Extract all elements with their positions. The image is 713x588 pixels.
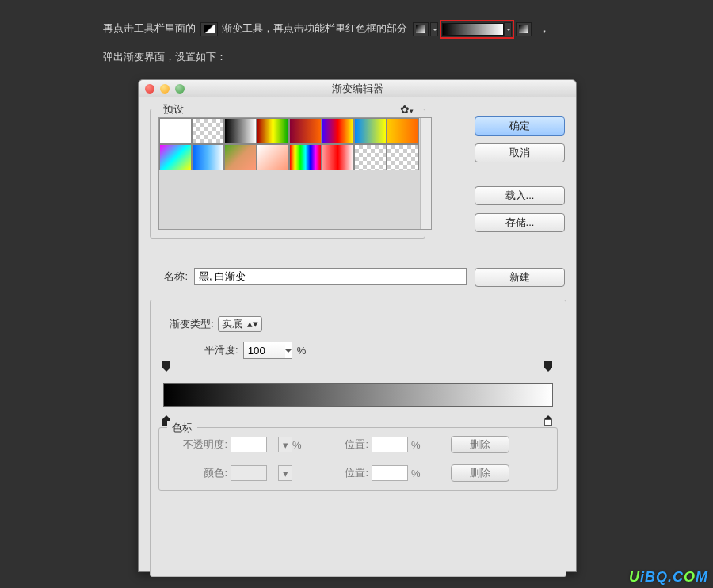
preset-swatch[interactable] bbox=[159, 118, 192, 144]
preset-swatch[interactable] bbox=[224, 118, 257, 144]
color-stops-legend: 色标 bbox=[167, 421, 197, 435]
opacity-dropdown-icon[interactable]: ▾ bbox=[278, 437, 292, 452]
watermark-text: UiBQ.COM bbox=[629, 569, 708, 586]
gradient-name-input[interactable] bbox=[194, 268, 467, 285]
gradient-definition-group: 渐变类型: 实底 ▴▾ 平滑度: % bbox=[150, 300, 566, 577]
instruction-text-1b: 渐变工具，再点击功能栏里红色框的部分 bbox=[222, 22, 407, 34]
presets-list[interactable] bbox=[158, 117, 432, 230]
smoothness-input[interactable] bbox=[244, 342, 285, 358]
gradient-type-icon bbox=[516, 22, 532, 36]
cancel-button[interactable]: 取消 bbox=[475, 143, 565, 162]
color-swatch-input[interactable] bbox=[231, 465, 267, 481]
gradient-editor-dialog: 渐变编辑器 预设 ✿▾ 确定 取消 载入... 存储... 名称: 新建 bbox=[138, 79, 577, 572]
delete-opacity-stop-button[interactable]: 删除 bbox=[451, 436, 509, 453]
new-button[interactable]: 新建 bbox=[475, 268, 565, 287]
ok-button[interactable]: 确定 bbox=[475, 116, 565, 136]
opacity-stop-left[interactable] bbox=[162, 372, 172, 381]
load-button[interactable]: 载入... bbox=[475, 186, 565, 205]
preset-swatch[interactable] bbox=[387, 118, 419, 144]
color-label: 颜色: bbox=[167, 466, 231, 480]
smoothness-label: 平滑度: bbox=[204, 343, 238, 357]
presets-legend: 预设 bbox=[158, 102, 189, 116]
opacity-position-label: 位置: bbox=[332, 437, 372, 452]
color-position-input[interactable] bbox=[372, 465, 408, 481]
delete-color-stop-button[interactable]: 删除 bbox=[451, 464, 509, 482]
opacity-stop-right[interactable] bbox=[544, 372, 554, 381]
preset-swatch[interactable] bbox=[192, 118, 224, 144]
gradient-dropdown-icon bbox=[504, 22, 512, 36]
color-stops-group: 色标 不透明度: ▾ % 位置: % 删除 颜色: ▾ 位置: bbox=[158, 427, 558, 491]
preset-swatch[interactable] bbox=[224, 144, 257, 170]
gradient-ramp-bar[interactable] bbox=[163, 383, 553, 407]
preset-swatch[interactable] bbox=[322, 144, 354, 170]
preset-swatch[interactable] bbox=[159, 144, 192, 170]
presets-group: 预设 ✿▾ bbox=[150, 109, 425, 239]
save-button[interactable]: 存储... bbox=[475, 213, 565, 232]
preset-swatch[interactable] bbox=[257, 118, 289, 144]
preset-swatch[interactable] bbox=[192, 144, 224, 170]
chevron-updown-icon: ▴▾ bbox=[247, 323, 258, 326]
opacity-position-input[interactable] bbox=[372, 437, 408, 452]
color-position-pct: % bbox=[411, 468, 427, 479]
preset-swatch[interactable] bbox=[387, 144, 419, 170]
preset-swatch[interactable] bbox=[322, 118, 354, 144]
zoom-icon[interactable] bbox=[175, 84, 185, 94]
minimize-icon[interactable] bbox=[160, 84, 170, 94]
opacity-input[interactable] bbox=[231, 437, 267, 452]
preset-swatch[interactable] bbox=[289, 144, 322, 170]
gradient-preview-bar bbox=[442, 23, 504, 36]
highlighted-gradient-preview[interactable] bbox=[440, 20, 514, 39]
presets-menu-icon[interactable]: ✿▾ bbox=[397, 103, 417, 116]
gradient-tool-icon bbox=[200, 22, 218, 36]
window-controls bbox=[145, 84, 185, 94]
instruction-text-1a: 再点击工具栏里面的 bbox=[103, 22, 196, 34]
dialog-titlebar[interactable]: 渐变编辑器 bbox=[139, 80, 576, 97]
dialog-title: 渐变编辑器 bbox=[332, 82, 383, 96]
close-icon[interactable] bbox=[145, 84, 154, 94]
percent-sign: % bbox=[297, 345, 307, 357]
fg-bg-swatch-icon bbox=[413, 22, 429, 36]
instruction-text-1c: ， bbox=[540, 22, 550, 34]
preset-swatch[interactable] bbox=[354, 118, 387, 144]
presets-scrollbar[interactable] bbox=[420, 118, 431, 229]
color-stop-right[interactable] bbox=[544, 410, 554, 419]
color-dropdown-icon[interactable]: ▾ bbox=[278, 465, 292, 481]
gradient-ramp[interactable] bbox=[163, 372, 553, 419]
preset-swatch[interactable] bbox=[354, 144, 387, 170]
name-label: 名称: bbox=[150, 269, 188, 284]
instruction-text-2: 弹出渐变界面，设置如下： bbox=[103, 50, 227, 64]
fg-bg-dropdown-icon bbox=[430, 22, 438, 36]
color-stop-left[interactable] bbox=[162, 410, 172, 419]
function-bar-gradient-group bbox=[413, 20, 532, 39]
opacity-label: 不透明度: bbox=[167, 437, 231, 452]
preset-swatch[interactable] bbox=[257, 144, 289, 170]
preset-swatch[interactable] bbox=[289, 118, 322, 144]
opacity-position-pct: % bbox=[411, 439, 427, 451]
gradient-type-label: 渐变类型: bbox=[170, 317, 214, 331]
gradient-type-value: 实底 bbox=[222, 317, 242, 331]
opacity-pct: % bbox=[292, 439, 332, 451]
gradient-type-dropdown[interactable]: 实底 ▴▾ bbox=[218, 316, 262, 332]
chevron-down-icon[interactable] bbox=[285, 349, 292, 356]
color-position-label: 位置: bbox=[332, 466, 372, 480]
